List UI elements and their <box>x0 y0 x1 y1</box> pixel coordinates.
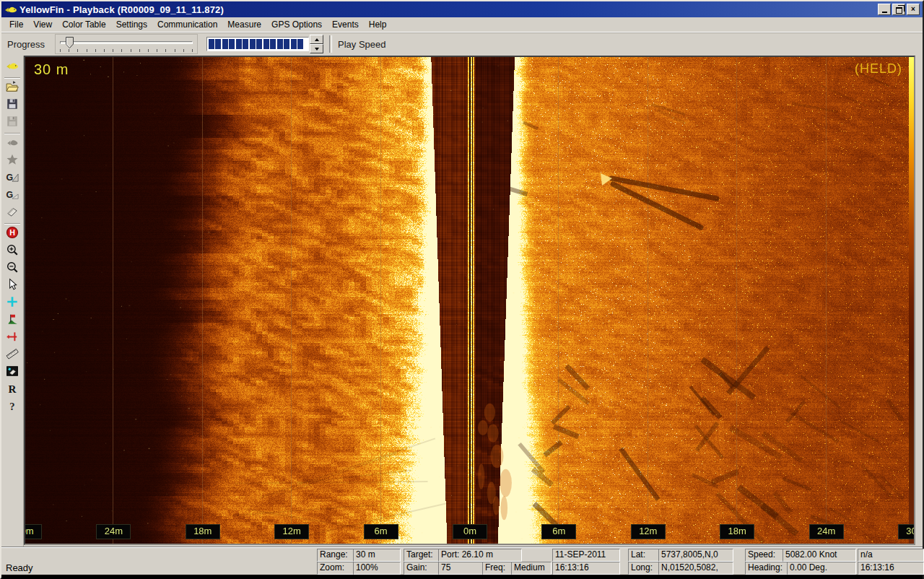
gain-down-button[interactable]: G <box>4 187 21 204</box>
sonar-display: 30m24m18m12m6m0m6m12m18m24m30m 30 m (HEL… <box>24 56 915 545</box>
color-scale-bar <box>909 57 914 544</box>
record-icon: R <box>6 382 19 398</box>
speed-segment <box>215 39 221 49</box>
speed-segment <box>291 39 297 49</box>
speed-up-button[interactable] <box>310 35 323 44</box>
progress-slider-track[interactable] <box>60 41 193 44</box>
range-field-label: Range: <box>317 549 357 562</box>
scale-label: 24m <box>96 524 131 539</box>
scale-label: 12m <box>274 524 309 539</box>
menu-item-color-table[interactable]: Color Table <box>57 18 110 31</box>
measure-button[interactable] <box>4 329 21 347</box>
close-button[interactable]: × <box>907 4 920 15</box>
hold-button[interactable]: H <box>4 225 21 243</box>
menu-item-help[interactable]: Help <box>364 18 392 31</box>
play-toolbar: Progress Play Speed <box>1 32 923 56</box>
app-window: YellowFin - Playback (R00009_09_11_11.87… <box>0 0 924 579</box>
window-bottom-edge <box>1 575 923 579</box>
title-bar[interactable]: YellowFin - Playback (R00009_09_11_11.87… <box>1 1 923 17</box>
svg-text:H: H <box>9 228 15 237</box>
scale-label: 12m <box>631 524 666 539</box>
minimize-icon <box>882 12 887 13</box>
speed-segment <box>222 39 228 49</box>
measure-icon <box>6 330 19 346</box>
speed-segment <box>277 39 283 49</box>
sonar-waterfall-image[interactable] <box>25 57 915 544</box>
play-speed-bar <box>206 37 309 51</box>
held-status-label: (HELD) <box>855 61 902 77</box>
mark-seabed-button[interactable] <box>4 312 21 329</box>
save-disabled-button <box>4 114 21 131</box>
speed-segment <box>236 39 242 49</box>
restore-icon <box>896 7 902 14</box>
menu-item-settings[interactable]: Settings <box>111 18 152 31</box>
save-button[interactable] <box>4 97 21 114</box>
time2-field: 16:13:16 <box>858 562 924 575</box>
help-icon: ? <box>6 399 19 415</box>
gain-field-value: 75 <box>438 562 484 575</box>
zoom-in-button[interactable] <box>4 243 21 260</box>
menu-bar: FileViewColor TableSettingsCommunication… <box>1 17 923 32</box>
save-icon <box>6 97 19 113</box>
help-button[interactable]: ? <box>4 399 21 416</box>
star-marker-icon <box>6 153 19 169</box>
save-disabled-icon <box>6 115 19 131</box>
freq-field-value: Medium <box>511 562 552 575</box>
menu-item-view[interactable]: View <box>28 18 57 31</box>
open-file-button[interactable] <box>4 79 21 97</box>
minimize-button[interactable] <box>878 4 891 15</box>
eraser-button[interactable] <box>4 204 21 222</box>
scale-label: 6m <box>541 524 576 539</box>
long-field-value: N,01520,5082, <box>658 562 733 575</box>
play-speed-spinner <box>310 35 323 53</box>
menu-item-gps-options[interactable]: GPS Options <box>266 18 327 31</box>
pointer-button[interactable] <box>4 277 21 295</box>
gain-field-label: Gain: <box>404 562 443 575</box>
svg-text:?: ? <box>9 401 14 412</box>
menu-item-communication[interactable]: Communication <box>152 18 222 31</box>
scale-label: 0m <box>453 524 487 539</box>
speed-segment <box>263 39 269 49</box>
ruler-button[interactable] <box>4 347 21 364</box>
date-field: 11-SEP-2011 <box>552 549 620 562</box>
menu-item-measure[interactable]: Measure <box>222 18 266 31</box>
zoom-out-button[interactable] <box>4 260 21 277</box>
menu-item-events[interactable]: Events <box>327 18 364 31</box>
record-button[interactable]: R <box>4 381 21 399</box>
yellowfin-logo-icon <box>4 4 17 14</box>
heading-field-label: Heading: <box>745 562 791 575</box>
gain-down-icon: G <box>6 188 19 204</box>
speed-segment <box>256 39 262 49</box>
clear-screen-button[interactable] <box>4 364 21 381</box>
tool-rail: GGHR? <box>1 56 24 547</box>
range-overlay-label: 30 m <box>34 61 69 78</box>
scale-label: 30m <box>898 524 915 539</box>
zoom-in-icon <box>6 243 19 259</box>
zoom-field-label: Zoom: <box>317 562 357 575</box>
yellowfin-logo-button[interactable] <box>4 58 21 76</box>
na-field: n/a <box>858 549 924 562</box>
gain-up-button[interactable]: G <box>4 170 21 187</box>
fish-marker-icon <box>6 136 19 152</box>
eraser-icon <box>6 205 19 221</box>
menu-item-file[interactable]: File <box>4 18 28 31</box>
crosshair-button[interactable] <box>4 295 21 312</box>
speed-segment <box>297 39 303 49</box>
fish-marker-button <box>4 135 21 152</box>
status-ready: Ready <box>6 562 33 573</box>
target-field-label: Target: <box>404 549 443 562</box>
heading-field-value: 0.00 Deg. <box>787 562 856 575</box>
progress-slider[interactable] <box>55 34 198 54</box>
zoom-out-icon <box>6 261 19 277</box>
speed-down-button[interactable] <box>310 44 323 53</box>
hold-icon: H <box>6 226 19 242</box>
window-title: YellowFin - Playback (R00009_09_11_11.87… <box>19 4 878 15</box>
time-field: 16:13:16 <box>552 562 620 575</box>
speed-segment <box>209 39 214 49</box>
restore-button[interactable] <box>892 4 905 15</box>
play-speed-label: Play Speed <box>338 39 386 50</box>
svg-text:G: G <box>6 190 14 200</box>
pointer-icon <box>6 278 19 294</box>
speed-segment <box>270 39 276 49</box>
toolbar-separator <box>329 35 332 53</box>
